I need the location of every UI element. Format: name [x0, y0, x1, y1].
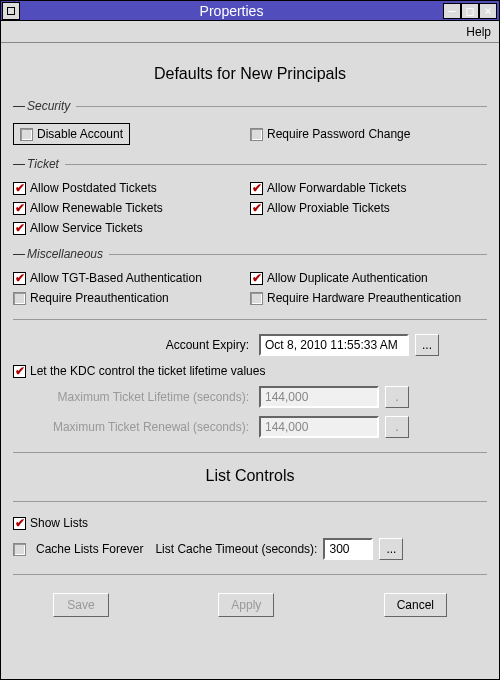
- close-button[interactable]: ×: [479, 3, 497, 19]
- maximize-button[interactable]: □: [461, 3, 479, 19]
- help-menu[interactable]: Help: [466, 25, 491, 39]
- require-pw-change-label: Require Password Change: [267, 127, 410, 141]
- show-lists-checkbox[interactable]: ✔: [13, 517, 26, 530]
- allow-forwardable-checkbox[interactable]: ✔: [250, 182, 263, 195]
- disable-account-checkbox-icon: [20, 128, 33, 141]
- window-title: Properties: [20, 3, 443, 19]
- group-ticket-label: Ticket: [27, 157, 59, 171]
- disable-account-label: Disable Account: [37, 127, 123, 141]
- max-lifetime-browse-button: .: [385, 386, 409, 408]
- group-ticket: —Ticket: [13, 157, 487, 171]
- allow-dup-label: Allow Duplicate Authentication: [267, 271, 428, 285]
- account-expiry-input[interactable]: [259, 334, 409, 356]
- allow-proxiable-label: Allow Proxiable Tickets: [267, 201, 390, 215]
- allow-renewable-checkbox[interactable]: ✔: [13, 202, 26, 215]
- max-renewal-input: [259, 416, 379, 438]
- cache-timeout-label: List Cache Timeout (seconds):: [155, 542, 317, 556]
- cache-forever-checkbox[interactable]: [13, 543, 26, 556]
- allow-forwardable-label: Allow Forwardable Tickets: [267, 181, 406, 195]
- group-misc-label: Miscellaneous: [27, 247, 103, 261]
- menu-bar: Help: [1, 21, 499, 43]
- cache-timeout-input[interactable]: [323, 538, 373, 560]
- max-renewal-label: Maximum Ticket Renewal (seconds):: [53, 420, 249, 434]
- cancel-button[interactable]: Cancel: [384, 593, 447, 617]
- title-bar: Properties – □ ×: [1, 1, 499, 21]
- page-title: Defaults for New Principals: [13, 65, 487, 83]
- require-preauth-label: Require Preauthentication: [30, 291, 169, 305]
- allow-tgt-checkbox[interactable]: ✔: [13, 272, 26, 285]
- require-hw-preauth-checkbox[interactable]: [250, 292, 263, 305]
- save-button: Save: [53, 593, 109, 617]
- allow-renewable-label: Allow Renewable Tickets: [30, 201, 163, 215]
- allow-dup-checkbox[interactable]: ✔: [250, 272, 263, 285]
- system-menu-icon[interactable]: [2, 2, 20, 20]
- separator: [13, 319, 487, 320]
- separator-2: [13, 452, 487, 453]
- allow-postdated-label: Allow Postdated Tickets: [30, 181, 157, 195]
- minimize-button[interactable]: –: [443, 3, 461, 19]
- group-misc: —Miscellaneous: [13, 247, 487, 261]
- allow-proxiable-checkbox[interactable]: ✔: [250, 202, 263, 215]
- require-preauth-checkbox[interactable]: [13, 292, 26, 305]
- account-expiry-browse-button[interactable]: ...: [415, 334, 439, 356]
- disable-account-toggle[interactable]: Disable Account: [13, 123, 130, 145]
- separator-3: [13, 501, 487, 502]
- kdc-control-checkbox[interactable]: ✔: [13, 365, 26, 378]
- account-expiry-label: Account Expiry:: [166, 338, 249, 352]
- max-lifetime-input: [259, 386, 379, 408]
- separator-4: [13, 574, 487, 575]
- require-pw-change-checkbox[interactable]: [250, 128, 263, 141]
- max-renewal-browse-button: .: [385, 416, 409, 438]
- kdc-control-label: Let the KDC control the ticket lifetime …: [30, 364, 265, 378]
- content-area: Defaults for New Principals —Security Di…: [1, 43, 499, 625]
- group-security-label: Security: [27, 99, 70, 113]
- show-lists-label: Show Lists: [30, 516, 88, 530]
- cache-timeout-browse-button[interactable]: ...: [379, 538, 403, 560]
- allow-service-checkbox[interactable]: ✔: [13, 222, 26, 235]
- allow-tgt-label: Allow TGT-Based Authentication: [30, 271, 202, 285]
- cache-forever-label: Cache Lists Forever: [36, 542, 143, 556]
- require-hw-preauth-label: Require Hardware Preauthentication: [267, 291, 461, 305]
- group-security: —Security: [13, 99, 487, 113]
- max-lifetime-label: Maximum Ticket Lifetime (seconds):: [58, 390, 249, 404]
- list-controls-heading: List Controls: [13, 467, 487, 485]
- apply-button: Apply: [218, 593, 274, 617]
- allow-postdated-checkbox[interactable]: ✔: [13, 182, 26, 195]
- allow-service-label: Allow Service Tickets: [30, 221, 143, 235]
